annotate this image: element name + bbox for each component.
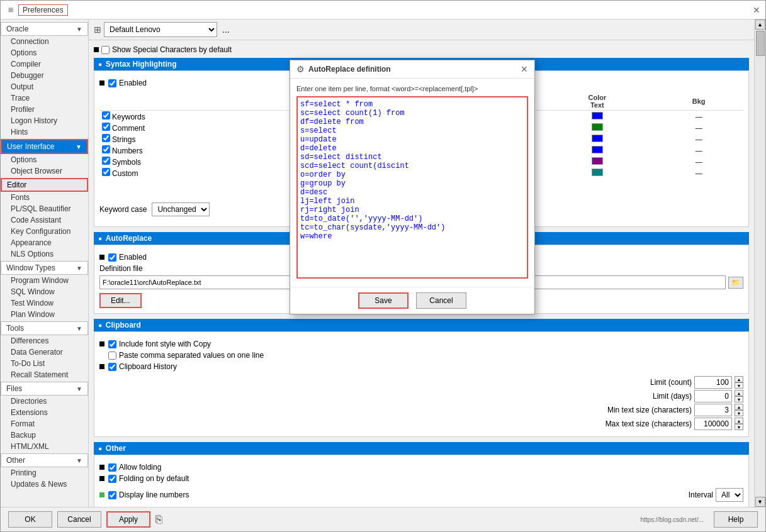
modal-save-button[interactable]: Save (358, 292, 408, 309)
modal-title-text: AutoReplace definition (308, 65, 517, 74)
modal-cancel-button[interactable]: Cancel (416, 292, 466, 309)
modal-footer: Save Cancel (290, 287, 534, 314)
modal-title-bar: ⚙ AutoReplace definition ✕ (290, 60, 534, 79)
modal-body: Enter one item per line, format <word>=<… (290, 79, 534, 287)
autoreplace-textarea[interactable]: sf=select * from sc=select count(1) from… (296, 96, 528, 279)
modal-hint: Enter one item per line, format <word>=<… (296, 85, 528, 92)
modal-close-button[interactable]: ✕ (521, 64, 528, 74)
modal-icon: ⚙ (296, 64, 305, 74)
modal-overlay: ⚙ AutoReplace definition ✕ Enter one ite… (0, 0, 766, 532)
autoreplace-modal: ⚙ AutoReplace definition ✕ Enter one ite… (290, 60, 535, 314)
